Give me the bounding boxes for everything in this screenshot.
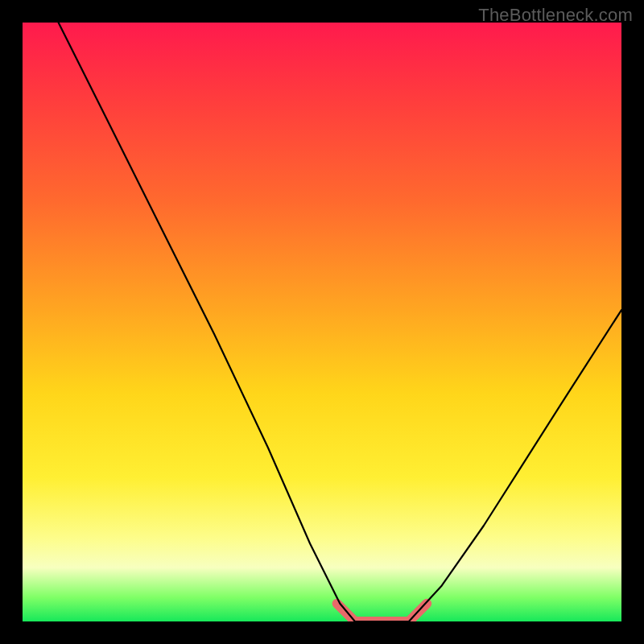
chart-svg <box>23 23 621 621</box>
bottom-accent <box>337 604 427 621</box>
bottleneck-curve <box>59 23 621 621</box>
plot-area <box>23 23 621 621</box>
chart-frame: TheBottleneck.com <box>0 0 644 644</box>
